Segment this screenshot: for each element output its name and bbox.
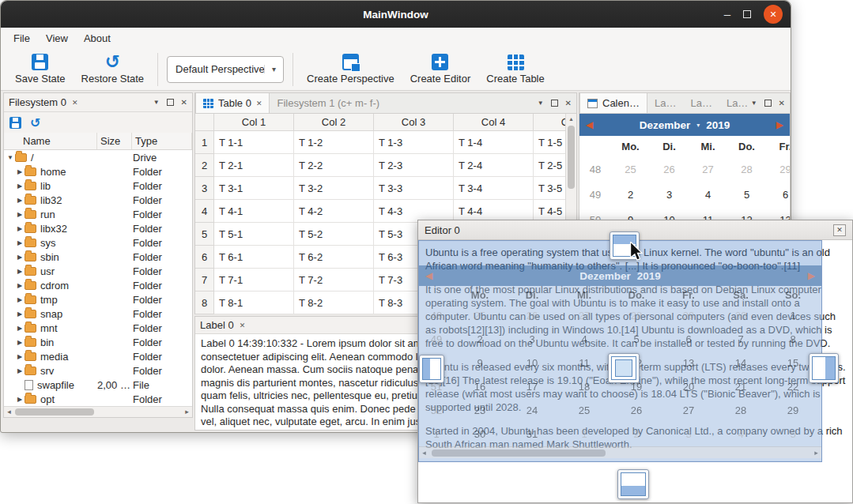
dock-menu-button[interactable]: ▼ bbox=[153, 99, 160, 106]
calendar-date[interactable]: 28 bbox=[727, 164, 766, 175]
tree-collapsed-arrow-icon[interactable]: ▶ bbox=[15, 325, 25, 332]
tree-collapsed-arrow-icon[interactable]: ▶ bbox=[15, 296, 25, 303]
table-cell[interactable]: T 2-4 bbox=[454, 154, 534, 177]
previous-month-button[interactable]: ◀ bbox=[586, 114, 593, 136]
table-cell[interactable]: T 5-2 bbox=[294, 223, 374, 246]
column-header[interactable]: Col 2 bbox=[294, 114, 374, 131]
calendar-date[interactable]: 25 bbox=[611, 164, 650, 175]
row-header[interactable]: 3 bbox=[195, 177, 214, 200]
filesystem-row[interactable]: ▶ bin Folder bbox=[4, 335, 192, 349]
drop-indicator-left[interactable] bbox=[419, 355, 444, 383]
horizontal-scrollbar[interactable]: ◂ ▸ bbox=[4, 406, 192, 417]
close-icon[interactable]: ✕ bbox=[72, 99, 78, 107]
dock-float-button[interactable] bbox=[167, 99, 174, 106]
row-header[interactable]: 6 bbox=[195, 246, 214, 269]
column-header[interactable]: Col 3 bbox=[374, 114, 454, 131]
dock-float-button[interactable] bbox=[551, 100, 558, 107]
tree-expanded-arrow-icon[interactable]: ▼ bbox=[6, 154, 15, 161]
window-titlebar[interactable]: MainWindow – ✕ bbox=[1, 1, 791, 28]
table-cell[interactable]: T 1-2 bbox=[294, 131, 374, 154]
scroll-up-icon[interactable]: ▴ bbox=[566, 114, 576, 124]
table-cell[interactable]: T 2-1 bbox=[214, 154, 294, 177]
filesystem-row[interactable]: ▶ home Folder bbox=[4, 164, 192, 179]
scroll-left-icon[interactable]: ◂ bbox=[4, 407, 14, 417]
close-button[interactable]: ✕ bbox=[764, 5, 783, 24]
table-cell[interactable]: T 5-1 bbox=[214, 223, 294, 246]
calendar-month[interactable]: Dezember bbox=[640, 119, 691, 131]
table-cell[interactable]: T 3-2 bbox=[294, 177, 374, 200]
table-cell[interactable]: T 1-3 bbox=[374, 131, 454, 154]
calendar-date[interactable]: 6 bbox=[766, 189, 790, 201]
scrollbar-thumb[interactable] bbox=[15, 408, 94, 416]
tree-collapsed-arrow-icon[interactable]: ▶ bbox=[15, 339, 25, 346]
row-header[interactable]: 4 bbox=[195, 200, 214, 223]
row-header[interactable]: 7 bbox=[195, 269, 214, 291]
tree-collapsed-arrow-icon[interactable]: ▶ bbox=[15, 353, 25, 360]
dock-menu-button[interactable]: ▼ bbox=[751, 100, 757, 107]
column-header-type[interactable]: Type bbox=[132, 133, 192, 149]
column-header[interactable]: Col 4 bbox=[454, 114, 534, 131]
filesystem-row[interactable]: ▶ mnt Folder bbox=[4, 321, 192, 335]
drop-indicator-bottom[interactable] bbox=[617, 469, 649, 499]
scroll-right-icon[interactable]: ▸ bbox=[182, 407, 192, 417]
dock-close-button[interactable]: ✕ bbox=[779, 99, 785, 107]
tree-collapsed-arrow-icon[interactable]: ▶ bbox=[15, 367, 25, 374]
filesystem-row[interactable]: ▶ libx32 Folder bbox=[4, 221, 192, 235]
table-cell[interactable]: T 4-1 bbox=[214, 200, 294, 223]
column-header[interactable]: Col 1 bbox=[214, 114, 294, 131]
tree-collapsed-arrow-icon[interactable]: ▶ bbox=[15, 168, 25, 175]
scrollbar-thumb[interactable] bbox=[568, 126, 575, 189]
calendar-year[interactable]: 2019 bbox=[706, 119, 730, 131]
dock-menu-button[interactable]: ▼ bbox=[538, 100, 544, 107]
row-header[interactable]: 5 bbox=[195, 223, 214, 246]
calendar-date[interactable]: 5 bbox=[727, 189, 766, 201]
drop-indicator-right[interactable] bbox=[809, 353, 839, 383]
tree-collapsed-arrow-icon[interactable]: ▶ bbox=[15, 239, 25, 246]
menu-view[interactable]: View bbox=[38, 29, 76, 47]
create-table-button[interactable]: Create Table bbox=[478, 52, 552, 87]
save-state-button[interactable]: Save State bbox=[7, 51, 74, 87]
tree-collapsed-arrow-icon[interactable]: ▶ bbox=[15, 268, 25, 275]
calendar-date[interactable]: 27 bbox=[689, 164, 727, 175]
table-cell[interactable]: T 7-2 bbox=[294, 269, 374, 291]
tab-filesystem-1-c-m-f-[interactable]: Filesystem 1 (c+ m- f-) bbox=[270, 93, 387, 113]
filesystem-row[interactable]: ▶ usr Folder bbox=[4, 264, 192, 278]
row-header[interactable]: 1 bbox=[195, 131, 214, 154]
calendar-date[interactable]: 2 bbox=[611, 189, 650, 201]
restore-icon[interactable]: ↺ bbox=[30, 117, 40, 129]
filesystem-row[interactable]: ▶ sys Folder bbox=[4, 235, 192, 250]
tree-collapsed-arrow-icon[interactable]: ▶ bbox=[15, 396, 25, 403]
table-cell[interactable]: T 3-4 bbox=[454, 177, 534, 200]
filesystem-row[interactable]: ▶ srv Folder bbox=[4, 363, 192, 378]
calendar-date[interactable]: 4 bbox=[689, 189, 727, 201]
tree-collapsed-arrow-icon[interactable]: ▶ bbox=[15, 211, 25, 218]
tree-collapsed-arrow-icon[interactable]: ▶ bbox=[15, 254, 25, 261]
table-cell[interactable]: T 1-1 bbox=[214, 131, 294, 154]
filesystem-row[interactable]: ▶ run Folder bbox=[4, 207, 192, 221]
dock-close-button[interactable]: ✕ bbox=[565, 99, 572, 107]
minimize-button[interactable]: – bbox=[724, 10, 730, 18]
table-cell[interactable]: T 6-1 bbox=[214, 246, 294, 269]
editor-close-button[interactable]: ✕ bbox=[833, 224, 846, 236]
tree-collapsed-arrow-icon[interactable]: ▶ bbox=[15, 310, 25, 318]
maximize-button[interactable] bbox=[743, 10, 751, 18]
menu-about[interactable]: About bbox=[76, 29, 119, 47]
calendar-date[interactable]: 29 bbox=[766, 164, 790, 175]
tab-table-0[interactable]: Table 0 ✕ bbox=[195, 93, 270, 113]
filesystem-row[interactable]: ▶ sbin Folder bbox=[4, 250, 192, 264]
column-header-name[interactable]: Name bbox=[4, 133, 97, 149]
row-header[interactable]: 8 bbox=[195, 291, 214, 314]
filesystem-row[interactable]: ▶ tmp Folder bbox=[4, 292, 192, 307]
drop-indicator-center[interactable] bbox=[608, 353, 640, 383]
table-cell[interactable]: T 6-2 bbox=[294, 246, 374, 269]
tab-la-[interactable]: La… bbox=[683, 93, 719, 113]
filesystem-row[interactable]: ▶ media Folder bbox=[4, 349, 192, 363]
filesystem-row[interactable]: ▶ opt Folder bbox=[4, 392, 192, 406]
filesystem-row[interactable]: ▶ lib32 Folder bbox=[4, 193, 192, 207]
perspective-combobox[interactable]: Default Perspective ▾ bbox=[167, 56, 284, 83]
table-cell[interactable]: T 8-2 bbox=[294, 291, 374, 314]
create-perspective-button[interactable]: Create Perspective bbox=[299, 51, 402, 87]
dock-float-button[interactable] bbox=[764, 100, 772, 107]
filesystem-row[interactable]: ▼ / Drive bbox=[4, 150, 192, 164]
table-cell[interactable]: T 1-4 bbox=[454, 131, 534, 154]
